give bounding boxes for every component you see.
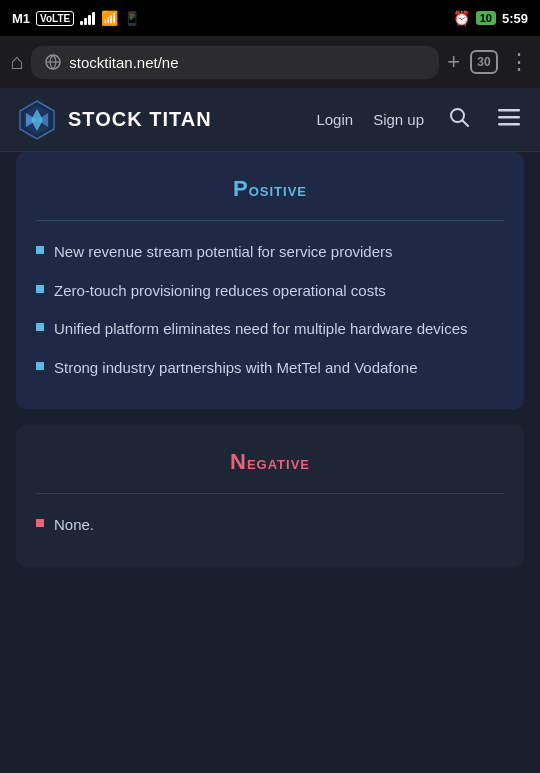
positive-bullet-list: New revenue stream potential for service… bbox=[36, 241, 504, 379]
menu-button[interactable] bbox=[494, 102, 524, 137]
logo-area: STOCK TITAN bbox=[16, 99, 316, 141]
positive-item-2: Zero-touch provisioning reduces operatio… bbox=[54, 280, 386, 303]
logo-text: STOCK TITAN bbox=[68, 108, 212, 131]
home-button[interactable]: ⌂ bbox=[10, 49, 23, 75]
logo-icon bbox=[16, 99, 58, 141]
sim-icon: 📱 bbox=[124, 11, 140, 26]
bullet-icon bbox=[36, 285, 44, 293]
bullet-icon bbox=[36, 323, 44, 331]
list-item: Unified platform eliminates need for mul… bbox=[36, 318, 504, 341]
negative-title: Negative bbox=[230, 449, 310, 474]
nav-links: Login Sign up bbox=[316, 102, 524, 137]
positive-item-3: Unified platform eliminates need for mul… bbox=[54, 318, 468, 341]
login-link[interactable]: Login bbox=[316, 111, 353, 128]
alarm-icon: ⏰ bbox=[453, 10, 470, 26]
negative-bullet-list: None. bbox=[36, 514, 504, 537]
positive-title: Positive bbox=[233, 176, 307, 201]
address-text: stocktitan.net/ne bbox=[69, 54, 178, 71]
more-menu-button[interactable]: ⋮ bbox=[508, 49, 530, 75]
list-item: New revenue stream potential for service… bbox=[36, 241, 504, 264]
positive-divider bbox=[36, 220, 504, 221]
status-right: ⏰ 10 5:59 bbox=[453, 10, 528, 26]
negative-item-1: None. bbox=[54, 514, 94, 537]
negative-divider bbox=[36, 493, 504, 494]
browser-bar: ⌂ stocktitan.net/ne + 30 ⋮ bbox=[0, 36, 540, 88]
list-item: Strong industry partnerships with MetTel… bbox=[36, 357, 504, 380]
positive-item-4: Strong industry partnerships with MetTel… bbox=[54, 357, 418, 380]
positive-item-1: New revenue stream potential for service… bbox=[54, 241, 392, 264]
search-icon bbox=[448, 106, 470, 128]
negative-section: Negative None. bbox=[16, 425, 524, 567]
wifi-icon: 📶 bbox=[101, 10, 118, 26]
time-label: 5:59 bbox=[502, 11, 528, 26]
status-bar: M1 VoLTE 📶 📱 ⏰ 10 5:59 bbox=[0, 0, 540, 36]
browser-actions: + 30 ⋮ bbox=[447, 49, 530, 75]
battery-indicator: 10 bbox=[476, 11, 496, 25]
negative-title-container: Negative bbox=[36, 449, 504, 475]
main-content: Positive New revenue stream potential fo… bbox=[0, 152, 540, 567]
svg-rect-7 bbox=[498, 123, 520, 126]
list-item: Zero-touch provisioning reduces operatio… bbox=[36, 280, 504, 303]
address-bar[interactable]: stocktitan.net/ne bbox=[31, 46, 439, 79]
volte-badge: VoLTE bbox=[36, 11, 74, 26]
svg-rect-5 bbox=[498, 109, 520, 112]
hamburger-icon bbox=[498, 106, 520, 128]
positive-title-container: Positive bbox=[36, 176, 504, 202]
bullet-icon bbox=[36, 246, 44, 254]
site-icon bbox=[45, 54, 61, 70]
signal-icon bbox=[80, 11, 95, 25]
add-tab-button[interactable]: + bbox=[447, 49, 460, 75]
tab-count-button[interactable]: 30 bbox=[470, 50, 498, 74]
list-item: None. bbox=[36, 514, 504, 537]
search-button[interactable] bbox=[444, 102, 474, 137]
bullet-icon bbox=[36, 362, 44, 370]
status-left: M1 VoLTE 📶 📱 bbox=[12, 10, 140, 26]
bullet-icon bbox=[36, 519, 44, 527]
nav-bar: STOCK TITAN Login Sign up bbox=[0, 88, 540, 152]
positive-section: Positive New revenue stream potential fo… bbox=[16, 152, 524, 409]
signup-link[interactable]: Sign up bbox=[373, 111, 424, 128]
carrier-label: M1 bbox=[12, 11, 30, 26]
svg-rect-6 bbox=[498, 116, 520, 119]
svg-line-4 bbox=[463, 121, 469, 127]
